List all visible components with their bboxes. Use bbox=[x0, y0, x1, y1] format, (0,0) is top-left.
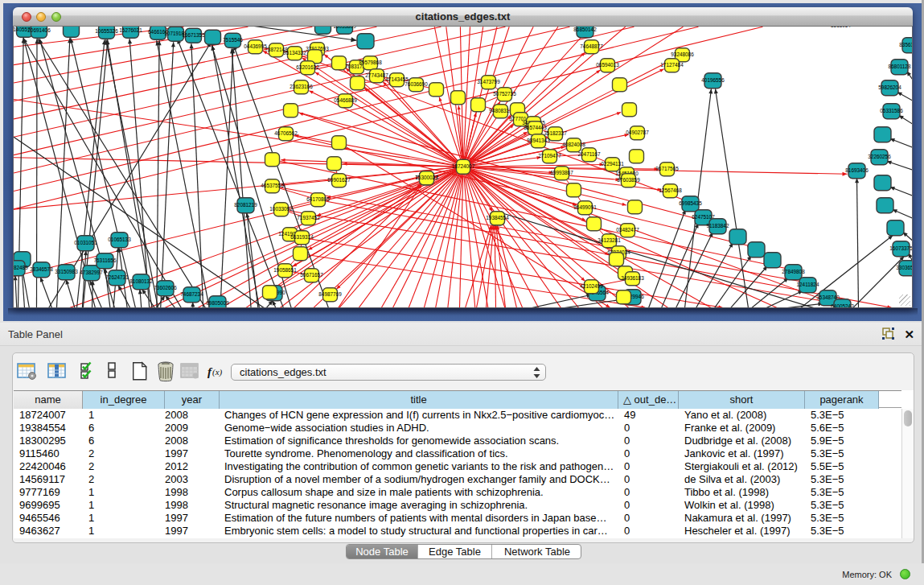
svg-text:98941343: 98941343 bbox=[527, 138, 550, 143]
svg-text:20471167: 20471167 bbox=[578, 151, 601, 157]
svg-text:16671355: 16671355 bbox=[182, 32, 205, 38]
svg-text:31473799: 31473799 bbox=[477, 79, 500, 84]
svg-text:40196556: 40196556 bbox=[701, 77, 725, 83]
svg-text:23623166: 23623166 bbox=[290, 84, 313, 89]
svg-text:20691406: 20691406 bbox=[27, 27, 51, 33]
svg-text:89579868: 89579868 bbox=[359, 60, 382, 65]
svg-text:95134332: 95134332 bbox=[283, 50, 306, 56]
svg-text:04436995: 04436995 bbox=[244, 43, 267, 49]
svg-text:46706562: 46706562 bbox=[274, 130, 298, 136]
svg-text:09805009: 09805009 bbox=[206, 300, 229, 306]
svg-text:94808313: 94808313 bbox=[489, 108, 512, 113]
svg-text:91183842: 91183842 bbox=[707, 223, 729, 229]
svg-text:16073375: 16073375 bbox=[889, 245, 913, 251]
svg-text:38346578: 38346578 bbox=[30, 266, 53, 272]
svg-text:10033092: 10033092 bbox=[269, 206, 293, 212]
svg-text:42102499: 42102499 bbox=[580, 283, 603, 289]
svg-text:96717565: 96717565 bbox=[655, 166, 679, 171]
svg-text:69993867: 69993867 bbox=[550, 170, 573, 175]
svg-text:27109477: 27109477 bbox=[538, 153, 561, 159]
svg-text:93248086: 93248086 bbox=[671, 51, 694, 57]
svg-text:82081219: 82081219 bbox=[234, 202, 257, 208]
svg-text:73602606: 73602606 bbox=[154, 285, 177, 290]
svg-text:12567468: 12567468 bbox=[659, 187, 682, 193]
svg-text:47382997: 47382997 bbox=[80, 270, 103, 275]
svg-text:86801128: 86801128 bbox=[889, 64, 911, 69]
svg-text:34936183: 34936183 bbox=[621, 275, 644, 281]
svg-text:76311656: 76311656 bbox=[94, 257, 117, 263]
svg-text:63201632: 63201632 bbox=[296, 64, 319, 70]
svg-text:15276021: 15276021 bbox=[119, 27, 142, 33]
svg-text:81693406: 81693406 bbox=[845, 167, 869, 173]
svg-text:66319314: 66319314 bbox=[290, 234, 314, 240]
svg-text:84987769: 84987769 bbox=[318, 291, 342, 297]
svg-text:71937452: 71937452 bbox=[297, 215, 320, 220]
svg-text:86850142: 86850142 bbox=[573, 27, 597, 32]
svg-text:17127484: 17127484 bbox=[660, 62, 684, 68]
svg-text:50671657: 50671657 bbox=[300, 272, 323, 278]
svg-text:35182337: 35182337 bbox=[544, 130, 567, 136]
svg-text:06594013: 06594013 bbox=[596, 62, 619, 68]
svg-text:72624731: 72624731 bbox=[105, 274, 129, 280]
svg-text:33036541: 33036541 bbox=[896, 265, 913, 270]
svg-text:05466889: 05466889 bbox=[334, 97, 357, 103]
svg-text:76036690: 76036690 bbox=[405, 81, 428, 87]
svg-text:27849808: 27849808 bbox=[782, 269, 805, 274]
svg-text:64170805: 64170805 bbox=[306, 196, 330, 202]
svg-text:10655326: 10655326 bbox=[95, 28, 118, 34]
svg-text:03482477: 03482477 bbox=[616, 227, 639, 233]
svg-text:16033809: 16033809 bbox=[333, 27, 356, 29]
svg-text:85574443: 85574443 bbox=[524, 125, 547, 130]
svg-text:05331586: 05331586 bbox=[880, 108, 903, 113]
svg-text:46537556: 46537556 bbox=[261, 183, 284, 188]
svg-text:33150983: 33150983 bbox=[55, 269, 78, 274]
svg-text:59826204: 59826204 bbox=[878, 84, 901, 90]
svg-text:18724007: 18724007 bbox=[452, 163, 475, 169]
svg-text:15300027: 15300027 bbox=[415, 175, 438, 180]
svg-text:(x): (x) bbox=[212, 367, 223, 377]
svg-text:87603859: 87603859 bbox=[617, 177, 640, 183]
svg-text:69985435: 69985435 bbox=[679, 200, 702, 206]
svg-text:8813054: 8813054 bbox=[831, 27, 851, 28]
svg-text:01031051: 01031051 bbox=[74, 240, 97, 245]
svg-text:74687234: 74687234 bbox=[180, 291, 203, 297]
svg-text:83561595: 83561595 bbox=[899, 42, 913, 47]
svg-text:74648877: 74648877 bbox=[580, 43, 603, 49]
svg-text:02294131: 02294131 bbox=[601, 161, 624, 167]
svg-text:12411824: 12411824 bbox=[797, 282, 819, 287]
svg-text:01065133: 01065133 bbox=[108, 237, 131, 242]
svg-text:96499091: 96499091 bbox=[573, 204, 597, 210]
svg-text:81080132: 81080132 bbox=[129, 278, 153, 284]
svg-text:04902787: 04902787 bbox=[626, 130, 649, 135]
svg-text:32260256: 32260256 bbox=[868, 154, 891, 159]
svg-text:22782489: 22782489 bbox=[14, 265, 28, 270]
svg-text:19384554: 19384554 bbox=[486, 215, 509, 220]
svg-text:50752735: 50752735 bbox=[493, 91, 516, 97]
svg-text:7515546: 7515546 bbox=[223, 37, 243, 43]
svg-text:69901627: 69901627 bbox=[327, 177, 351, 183]
svg-text:19058651: 19058651 bbox=[273, 267, 297, 273]
svg-text:34123281: 34123281 bbox=[598, 237, 621, 243]
svg-text:40824008: 40824008 bbox=[562, 142, 585, 147]
